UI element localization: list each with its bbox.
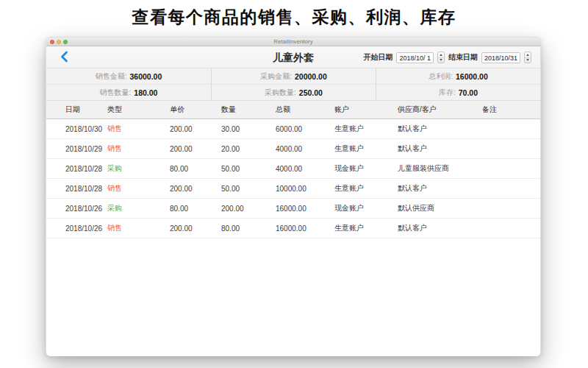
cell-unit-price: 200.00 <box>170 125 221 133</box>
cell-quantity: 30.00 <box>221 125 276 133</box>
cell-quantity: 200.00 <box>221 205 276 213</box>
end-date-label: 结束日期 <box>448 52 478 63</box>
summary-panel: 销售金额:36000.00采购金额:20000.00总利润:16000.00销售… <box>46 68 540 100</box>
table-row[interactable]: 2018/10/26采购80.00200.0016000.00现金账户默认供应商 <box>46 199 540 219</box>
cell-supplier-customer: 默认客户 <box>398 183 482 194</box>
summary-cell-total-profit: 总利润:16000.00 <box>376 68 540 84</box>
stepper-down-icon[interactable] <box>525 57 531 63</box>
table-header: 日期类型单价数量总额账户供应商/客户备注 <box>46 100 540 119</box>
cell-unit-price: 200.00 <box>170 185 221 193</box>
cell-type: 采购 <box>107 203 170 213</box>
date-range-controls: 开始日期 2018/10/ 1 结束日期 2018/10/31 <box>363 46 531 68</box>
cell-type: 销售 <box>107 223 170 233</box>
cell-type: 销售 <box>107 183 170 194</box>
cell-account: 现金账户 <box>334 203 398 213</box>
column-header-unit-price: 单价 <box>170 105 221 115</box>
cell-date: 2018/10/26 <box>65 224 107 233</box>
table-row[interactable]: 2018/10/29销售200.0020.004000.00生意账户默认客户 <box>46 139 540 159</box>
summary-row: 销售数量:180.00采购数量:250.00库存:70.00 <box>46 85 540 100</box>
cell-total: 4000.00 <box>276 165 334 173</box>
stepper-down-icon[interactable] <box>438 57 444 63</box>
cell-date: 2018/10/28 <box>65 185 107 193</box>
cell-unit-price: 200.00 <box>170 224 221 233</box>
summary-value: 36000.00 <box>129 72 162 81</box>
cell-total: 16000.00 <box>276 205 334 213</box>
cell-supplier-customer: 默认客户 <box>398 144 482 154</box>
cell-date: 2018/10/28 <box>65 165 107 173</box>
cell-quantity: 50.00 <box>221 185 276 193</box>
table-row[interactable]: 2018/10/28采购80.0050.004000.00现金账户儿童服装供应商 <box>46 159 540 179</box>
cell-account: 生意账户 <box>334 144 398 154</box>
window-title: RetailInventory <box>46 38 540 46</box>
summary-value: 20000.00 <box>295 72 327 81</box>
cell-account: 生意账户 <box>334 124 398 134</box>
cell-unit-price: 200.00 <box>170 145 221 153</box>
summary-value: 180.00 <box>134 88 157 97</box>
toolbar: 儿童外套 开始日期 2018/10/ 1 结束日期 2018/10/31 <box>46 46 540 68</box>
minimize-window-button[interactable] <box>57 40 61 44</box>
window-titlebar[interactable]: RetailInventory <box>46 38 540 46</box>
summary-cell-purchase-amount: 采购金额:20000.00 <box>211 68 376 84</box>
cell-date: 2018/10/26 <box>65 205 107 213</box>
content-background <box>46 238 540 356</box>
column-header-type: 类型 <box>107 105 170 115</box>
cell-type: 销售 <box>107 124 170 134</box>
cell-supplier-customer: 默认客户 <box>398 124 482 134</box>
summary-cell-purchase-quantity: 采购数量:250.00 <box>211 85 376 100</box>
summary-row: 销售金额:36000.00采购金额:20000.00总利润:16000.00 <box>46 68 540 85</box>
table-row[interactable]: 2018/10/30销售200.0030.006000.00生意账户默认客户 <box>46 119 540 139</box>
summary-cell-sales-quantity: 销售数量:180.00 <box>46 85 211 100</box>
summary-label: 采购数量: <box>265 88 296 98</box>
end-date-input[interactable]: 2018/10/31 <box>481 52 520 63</box>
table-row[interactable]: 2018/10/28销售200.0050.0010000.00生意账户默认客户 <box>46 179 540 199</box>
summary-cell-stock: 库存:70.00 <box>376 85 540 100</box>
cell-date: 2018/10/29 <box>65 145 107 153</box>
summary-value: 70.00 <box>459 88 478 97</box>
cell-supplier-customer: 默认客户 <box>398 223 482 233</box>
column-header-account: 账户 <box>334 105 398 115</box>
cell-total: 6000.00 <box>276 125 334 133</box>
summary-label: 销售数量: <box>100 88 132 98</box>
zoom-window-button[interactable] <box>63 40 68 44</box>
summary-label: 销售金额: <box>96 71 127 82</box>
back-button[interactable] <box>58 51 71 64</box>
end-date-stepper[interactable] <box>524 52 531 63</box>
column-header-notes: 备注 <box>482 105 540 115</box>
cell-unit-price: 80.00 <box>170 205 221 213</box>
column-header-supplier-customer: 供应商/客户 <box>398 105 482 115</box>
summary-label: 总利润: <box>429 71 453 82</box>
start-date-label: 开始日期 <box>363 52 392 63</box>
cell-quantity: 20.00 <box>221 145 276 153</box>
start-date-input[interactable]: 2018/10/ 1 <box>396 52 434 63</box>
app-window: RetailInventory 儿童外套 开始日期 2018/10/ 1 结束日… <box>46 37 541 355</box>
cell-account: 现金账户 <box>334 163 398 174</box>
table-body: 2018/10/30销售200.0030.006000.00生意账户默认客户20… <box>46 119 540 238</box>
cell-total: 4000.00 <box>276 145 334 153</box>
cell-type: 采购 <box>107 163 170 174</box>
column-header-quantity: 数量 <box>221 105 276 115</box>
cell-type: 销售 <box>107 144 170 154</box>
summary-label: 库存: <box>439 88 456 98</box>
summary-value: 250.00 <box>299 88 323 97</box>
cell-account: 生意账户 <box>334 223 398 233</box>
cell-total: 10000.00 <box>276 185 334 193</box>
summary-value: 16000.00 <box>456 72 488 81</box>
column-header-total: 总额 <box>276 105 334 115</box>
close-window-button[interactable] <box>50 40 54 44</box>
cell-supplier-customer: 儿童服装供应商 <box>398 163 482 174</box>
cell-quantity: 80.00 <box>221 224 276 233</box>
table-row[interactable]: 2018/10/26销售200.0080.0016000.00生意账户默认客户 <box>46 219 540 238</box>
cell-quantity: 50.00 <box>221 165 276 173</box>
column-header-date: 日期 <box>65 105 107 115</box>
chevron-left-icon <box>59 51 71 63</box>
cell-account: 生意账户 <box>334 183 398 194</box>
summary-cell-sales-amount: 销售金额:36000.00 <box>46 68 211 84</box>
summary-label: 采购金额: <box>260 71 292 82</box>
cell-supplier-customer: 默认供应商 <box>398 203 482 213</box>
cell-unit-price: 80.00 <box>170 165 221 173</box>
traffic-lights <box>50 40 68 44</box>
start-date-stepper[interactable] <box>437 52 445 63</box>
cell-date: 2018/10/30 <box>65 125 107 133</box>
page-title: 查看每个商品的销售、采购、利润、库存 <box>0 6 588 29</box>
cell-total: 16000.00 <box>276 224 334 233</box>
